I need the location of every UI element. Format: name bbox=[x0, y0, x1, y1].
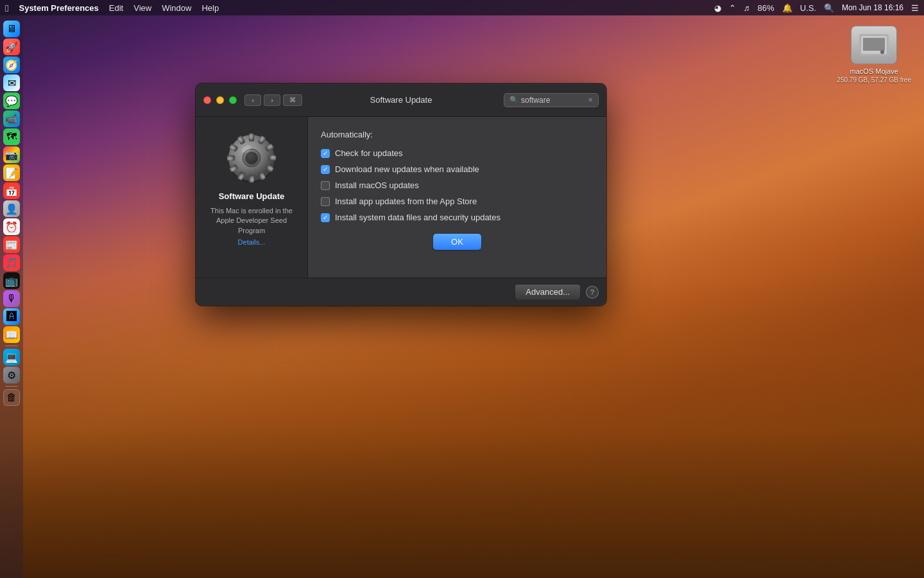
battery-indicator[interactable]: 86% bbox=[758, 3, 774, 13]
bottom-bar: Advanced... ? bbox=[196, 277, 606, 306]
dock-icon-tv[interactable]: 📺 bbox=[3, 272, 20, 289]
checkbox-install-app-updates[interactable] bbox=[321, 197, 330, 206]
left-panel: Software Update This Mac is enrolled in … bbox=[196, 117, 308, 277]
check-for-updates-label: Check for updates bbox=[335, 148, 403, 158]
dock-icon-books[interactable]: 📖 bbox=[3, 326, 20, 343]
menubar-edit[interactable]: Edit bbox=[109, 3, 123, 13]
window-body: Software Update This Mac is enrolled in … bbox=[196, 117, 606, 277]
install-macos-label: Install macOS updates bbox=[335, 180, 419, 190]
ok-button[interactable]: OK bbox=[433, 234, 481, 250]
install-system-data-label: Install system data files and security u… bbox=[335, 213, 501, 222]
notification-icon[interactable]: 🔔 bbox=[782, 3, 792, 13]
download-updates-label: Download new updates when available bbox=[335, 164, 479, 174]
menubar-window[interactable]: Window bbox=[162, 3, 191, 13]
panel-title: Software Update bbox=[219, 191, 285, 201]
checkbox-row-4: Install app updates from the App Store bbox=[321, 197, 594, 206]
notification-center-icon[interactable]: ☰ bbox=[911, 3, 919, 13]
dock-divider bbox=[5, 346, 18, 346]
window-maximize-button[interactable] bbox=[229, 96, 237, 104]
dock-icon-appstore[interactable]: 🅰 bbox=[3, 308, 20, 325]
dock-icon-news[interactable]: 📰 bbox=[3, 236, 20, 253]
window-controls bbox=[203, 96, 237, 104]
search-clear-icon[interactable]: ✕ bbox=[588, 96, 593, 103]
dock: 🖥 🚀 🧭 ✉ 💬 📹 🗺 📷 📝 📅 👤 ⏰ 📰 🎵 📺 🎙 🅰 📖 💻 ⚙ … bbox=[0, 15, 23, 578]
dock-icon-launchpad[interactable]: 🚀 bbox=[3, 39, 20, 55]
svg-rect-2 bbox=[863, 38, 885, 51]
desktop-hd-icon[interactable]: macOS Mojave 250.79 GB, 57.27 GB free bbox=[837, 26, 911, 84]
dock-icon-calendar[interactable]: 📅 bbox=[3, 182, 20, 199]
check-mark-5: ✓ bbox=[323, 215, 328, 221]
dock-icon-skype[interactable]: 💻 bbox=[3, 349, 20, 365]
dock-icon-safari[interactable]: 🧭 bbox=[3, 57, 20, 73]
dock-icon-mail[interactable]: ✉ bbox=[3, 74, 20, 91]
gear-icon bbox=[226, 132, 277, 184]
svg-point-3 bbox=[880, 50, 884, 54]
dock-icon-messages[interactable]: 💬 bbox=[3, 92, 20, 109]
dock-icon-reminders[interactable]: ⏰ bbox=[3, 218, 20, 235]
dock-icon-trash[interactable]: 🗑 bbox=[3, 389, 20, 406]
advanced-button[interactable]: Advanced... bbox=[515, 284, 581, 300]
dock-icon-photos[interactable]: 📷 bbox=[3, 146, 20, 163]
software-update-window: ‹ › ⌘ Software Update 🔍 ✕ bbox=[196, 83, 606, 306]
volume-icon[interactable]: ♬ bbox=[744, 3, 750, 13]
dock-icon-music[interactable]: 🎵 bbox=[3, 254, 20, 271]
window-minimize-button[interactable] bbox=[216, 96, 224, 104]
forward-button[interactable]: › bbox=[264, 94, 280, 106]
panel-description: This Mac is enrolled in the Apple Develo… bbox=[206, 206, 297, 236]
dock-icon-sysprefs[interactable]: ⚙ bbox=[3, 367, 20, 383]
checkbox-row-1: ✓ Check for updates bbox=[321, 148, 594, 158]
svg-rect-12 bbox=[249, 175, 254, 182]
checkbox-check-for-updates[interactable]: ✓ bbox=[321, 149, 330, 158]
menubar-help[interactable]: Help bbox=[201, 3, 219, 13]
dock-divider2 bbox=[5, 386, 18, 387]
language-indicator[interactable]: U.S. bbox=[800, 3, 816, 13]
apple-menu[interactable]:  bbox=[5, 3, 8, 13]
svg-rect-9 bbox=[268, 155, 276, 161]
wifi-icon[interactable]: ⌃ bbox=[729, 3, 736, 13]
dock-icon-podcasts[interactable]: 🎙 bbox=[3, 290, 20, 307]
check-mark-2: ✓ bbox=[323, 166, 328, 173]
hd-icon-graphic bbox=[851, 26, 897, 64]
panel-details-link[interactable]: Details... bbox=[238, 238, 266, 246]
search-icon: 🔍 bbox=[509, 96, 518, 104]
menubar-right: ◕ ⌃ ♬ 86% 🔔 U.S. 🔍 Mon Jun 18 16:16 ☰ bbox=[714, 3, 919, 13]
window-close-button[interactable] bbox=[203, 96, 211, 104]
checkbox-download-updates[interactable]: ✓ bbox=[321, 165, 330, 174]
checkbox-row-5: ✓ Install system data files and security… bbox=[321, 213, 594, 222]
checkbox-row-2: ✓ Download new updates when available bbox=[321, 164, 594, 174]
check-mark: ✓ bbox=[323, 150, 328, 157]
dock-icon-contacts[interactable]: 👤 bbox=[3, 200, 20, 217]
grid-view-button[interactable]: ⌘ bbox=[283, 94, 302, 106]
menubar-app-name[interactable]: System Preferences bbox=[19, 3, 98, 13]
hd-icon-label: macOS Mojave 250.79 GB, 57.27 GB free bbox=[837, 67, 911, 84]
dock-icon-facetime[interactable]: 📹 bbox=[3, 110, 20, 127]
menubar-view[interactable]: View bbox=[133, 3, 151, 13]
bluetooth-icon[interactable]: ◕ bbox=[714, 3, 721, 13]
svg-rect-6 bbox=[249, 134, 254, 141]
search-input[interactable] bbox=[521, 96, 585, 105]
back-button[interactable]: ‹ bbox=[244, 94, 261, 106]
dock-icon-maps[interactable]: 🗺 bbox=[3, 128, 20, 145]
button-area: OK bbox=[321, 234, 594, 250]
search-icon[interactable]: 🔍 bbox=[824, 3, 834, 13]
window-title: Software Update bbox=[370, 95, 432, 105]
automatically-label: Automatically: bbox=[321, 130, 594, 139]
install-app-updates-label: Install app updates from the App Store bbox=[335, 197, 477, 206]
menubar-left:  System Preferences Edit View Window He… bbox=[5, 3, 714, 13]
dock-icon-notes[interactable]: 📝 bbox=[3, 164, 20, 181]
menubar:  System Preferences Edit View Window He… bbox=[0, 0, 924, 15]
svg-point-19 bbox=[245, 152, 258, 164]
dock-icon-finder[interactable]: 🖥 bbox=[3, 21, 20, 37]
clock: Mon Jun 18 16:16 bbox=[842, 3, 903, 12]
help-button[interactable]: ? bbox=[586, 286, 599, 299]
checkbox-install-macos[interactable] bbox=[321, 181, 330, 190]
window-nav: ‹ › ⌘ bbox=[244, 94, 302, 106]
checkbox-install-system-data[interactable]: ✓ bbox=[321, 213, 330, 222]
window-titlebar: ‹ › ⌘ Software Update 🔍 ✕ bbox=[196, 83, 606, 117]
right-panel: Automatically: ✓ Check for updates ✓ Dow… bbox=[308, 117, 606, 277]
checkbox-row-3: Install macOS updates bbox=[321, 180, 594, 190]
window-search-bar[interactable]: 🔍 ✕ bbox=[504, 93, 599, 107]
svg-rect-15 bbox=[227, 155, 235, 161]
